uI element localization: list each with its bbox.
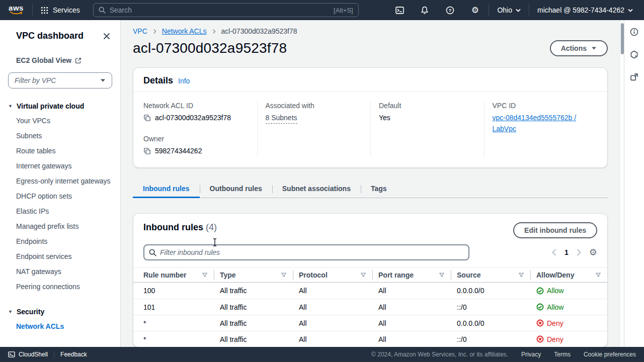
chevron-down-icon: ▼	[8, 309, 13, 314]
svg-text:?: ?	[449, 7, 452, 13]
filter-inbound-rules-input[interactable]	[160, 248, 464, 256]
field-label: Owner	[143, 134, 249, 143]
vpc-id-link[interactable]: vpc-08d4134ed5555762b / LabVpc	[493, 112, 590, 134]
deny-x-circle-icon	[536, 335, 544, 343]
sidebar-close-button[interactable]	[103, 33, 110, 40]
search-icon	[99, 7, 106, 14]
cell-protocol: All	[293, 303, 372, 311]
cloudshell-button[interactable]	[387, 0, 412, 20]
aws-logo[interactable]: aws	[0, 0, 32, 20]
sidebar-section-virtual-private-cloud[interactable]: ▼ Virtual private cloud	[8, 102, 112, 110]
filter-icon[interactable]	[595, 272, 601, 278]
sidebar-item-dhcp-option-sets[interactable]: DHCP option sets	[0, 189, 120, 204]
column-header-type[interactable]: Type	[214, 268, 293, 282]
column-header-rule-number[interactable]: Rule number	[133, 268, 214, 282]
cloudshell-terminal-icon	[395, 7, 404, 14]
breadcrumb-network-acls-link[interactable]: Network ACLs	[162, 27, 207, 35]
table-row[interactable]: 101 All traffic All All ::/0 Allow	[133, 299, 607, 315]
ec2-global-view-link[interactable]: EC2 Global View	[16, 56, 120, 64]
table-preferences-button[interactable]: ⚙	[589, 248, 597, 257]
notifications-button[interactable]	[412, 0, 437, 20]
sidebar-item-your-vpcs[interactable]: Your VPCs	[0, 113, 120, 128]
edit-inbound-rules-button[interactable]: Edit inbound rules	[513, 222, 597, 238]
tab-inbound-rules[interactable]: Inbound rules	[133, 180, 200, 198]
column-header-source[interactable]: Source	[451, 268, 530, 282]
sidebar-security-list: Network ACLs	[0, 319, 120, 334]
table-row[interactable]: * All traffic All All ::/0 Deny	[133, 331, 607, 347]
sidebar-section-security[interactable]: ▼ Security	[8, 308, 112, 316]
cell-rule-number: *	[133, 335, 214, 343]
sidebar-item-endpoint-services[interactable]: Endpoint services	[0, 249, 120, 264]
filter-icon[interactable]	[202, 272, 208, 278]
sidebar-item-subnets[interactable]: Subnets	[0, 128, 120, 143]
network-acl-id-value: acl-07300d032a9523f78	[155, 112, 231, 123]
account-menu[interactable]: michael @ 5982-7434-4262	[530, 0, 640, 20]
actions-button[interactable]: Actions	[550, 40, 608, 56]
table-row[interactable]: 100 All traffic All All 0.0.0.0/0 Allow	[133, 283, 607, 299]
cell-source: 0.0.0.0/0	[451, 287, 530, 295]
filter-icon[interactable]	[518, 272, 524, 278]
allow-check-circle-icon	[536, 303, 544, 311]
footer-feedback-button[interactable]: Feedback	[60, 351, 87, 358]
terms-link[interactable]: Terms	[554, 351, 571, 358]
chevron-right-icon	[152, 29, 157, 34]
cell-protocol: All	[293, 287, 372, 295]
filter-icon[interactable]	[360, 272, 366, 278]
details-column-3: Default Yes	[370, 101, 484, 156]
page-scrollbar[interactable]	[620, 20, 624, 347]
sidebar-item-peering-connections[interactable]: Peering connections	[0, 279, 120, 294]
cell-protocol: All	[293, 335, 372, 343]
copy-icon[interactable]	[143, 147, 151, 155]
filter-inbound-rules-box[interactable]	[143, 244, 469, 260]
services-menu-button[interactable]: Services	[33, 0, 88, 20]
sidebar-item-egress-only-internet-gateways[interactable]: Egress-only internet gateways	[0, 173, 120, 189]
sidebar-item-route-tables[interactable]: Route tables	[0, 143, 120, 158]
sidebar-item-network-acls[interactable]: Network ACLs	[0, 319, 120, 334]
cell-allow-deny: Allow	[530, 303, 607, 311]
breadcrumb: VPC Network ACLs acl-07300d032a9523f78	[133, 27, 608, 35]
details-column-1: Network ACL ID acl-07300d032a9523f78 Own…	[143, 101, 257, 156]
copy-icon[interactable]	[143, 114, 151, 122]
cookie-preferences-link[interactable]: Cookie preferences	[584, 351, 636, 358]
sidebar-header: VPC dashboard	[0, 20, 120, 41]
column-header-protocol[interactable]: Protocol	[293, 268, 372, 282]
help-button[interactable]: ?	[437, 0, 462, 20]
details-info-link[interactable]: Info	[178, 77, 190, 85]
vpc-sidebar: VPC dashboard EC2 Global View Filter by …	[0, 20, 121, 347]
page-number[interactable]: 1	[565, 248, 569, 256]
right-tools-rail	[624, 20, 644, 347]
sidebar-item-endpoints[interactable]: Endpoints	[0, 234, 120, 249]
filter-icon[interactable]	[281, 272, 287, 278]
sidebar-item-managed-prefix-lists[interactable]: Managed prefix lists	[0, 219, 120, 234]
privacy-link[interactable]: Privacy	[521, 351, 541, 358]
associated-subnets-link[interactable]: 8 Subnets	[266, 112, 297, 124]
column-header-port-range[interactable]: Port range	[372, 268, 451, 282]
details-card-header: Details Info	[133, 68, 607, 92]
settings-button[interactable]: ⚙	[462, 0, 488, 20]
filter-by-vpc-placeholder: Filter by VPC	[15, 76, 56, 84]
region-selector[interactable]: Ohio	[490, 0, 528, 20]
tab-subnet-associations[interactable]: Subnet associations	[272, 180, 361, 198]
previous-page-button[interactable]	[552, 249, 556, 256]
services-label: Services	[53, 6, 80, 14]
table-row[interactable]: * All traffic All All 0.0.0.0/0 Deny	[133, 315, 607, 331]
global-search-input[interactable]	[110, 6, 330, 14]
column-header-allow-deny[interactable]: Allow/Deny	[530, 268, 607, 282]
footer-cloudshell-button[interactable]: CloudShell	[8, 351, 48, 358]
tab-outbound-rules[interactable]: Outbound rules	[200, 180, 272, 198]
next-page-button[interactable]	[577, 249, 581, 256]
sidebar-item-nat-gateways[interactable]: NAT gateways	[0, 264, 120, 279]
region-label: Ohio	[497, 6, 512, 14]
page-header: acl-07300d032a9523f78 Actions	[133, 40, 608, 56]
open-panel-button[interactable]	[628, 71, 640, 83]
filter-by-vpc-select[interactable]: Filter by VPC	[8, 72, 112, 88]
scrollbar-thumb[interactable]	[621, 23, 624, 54]
info-panel-button[interactable]	[628, 26, 640, 38]
breadcrumb-vpc-link[interactable]: VPC	[133, 27, 147, 35]
sidebar-item-elastic-ips[interactable]: Elastic IPs	[0, 204, 120, 219]
amazon-q-button[interactable]	[628, 48, 640, 60]
sidebar-item-internet-gateways[interactable]: Internet gateways	[0, 158, 120, 173]
global-search-box[interactable]: [Alt+S]	[93, 3, 359, 17]
filter-icon[interactable]	[439, 272, 445, 278]
tab-tags[interactable]: Tags	[361, 180, 397, 198]
